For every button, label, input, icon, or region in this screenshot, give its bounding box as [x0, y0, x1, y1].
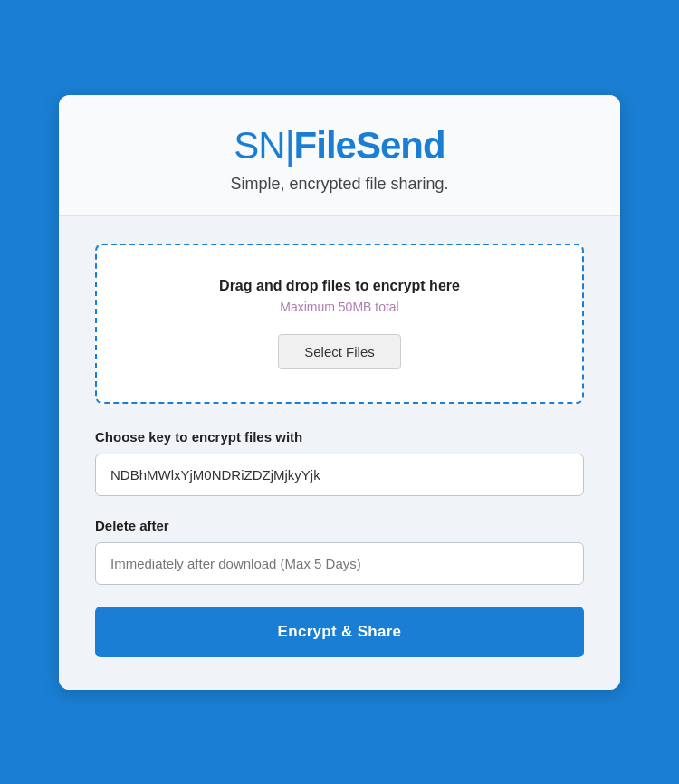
delete-label: Delete after	[95, 518, 584, 533]
key-form-group: Choose key to encrypt files with	[95, 429, 584, 496]
key-input[interactable]	[95, 454, 584, 496]
logo: SN|FileSend	[95, 124, 584, 167]
key-label: Choose key to encrypt files with	[95, 429, 584, 445]
delete-input[interactable]	[95, 542, 584, 585]
dropzone-subtitle: Maximum 50MB total	[115, 300, 564, 314]
card-header: SN|FileSend Simple, encrypted file shari…	[59, 95, 620, 216]
select-files-button[interactable]: Select Files	[278, 334, 401, 369]
logo-filesend: FileSend	[294, 124, 445, 167]
delete-form-group: Delete after	[95, 518, 584, 585]
main-card: SN|FileSend Simple, encrypted file shari…	[59, 95, 620, 690]
logo-sn: SN	[234, 124, 284, 167]
dropzone-title: Drag and drop files to encrypt here	[115, 278, 564, 294]
encrypt-share-button[interactable]: Encrypt & Share	[95, 607, 584, 657]
logo-divider: |	[285, 124, 294, 167]
dropzone[interactable]: Drag and drop files to encrypt here Maxi…	[95, 244, 584, 404]
card-body: Drag and drop files to encrypt here Maxi…	[59, 216, 620, 690]
tagline: Simple, encrypted file sharing.	[95, 175, 584, 194]
